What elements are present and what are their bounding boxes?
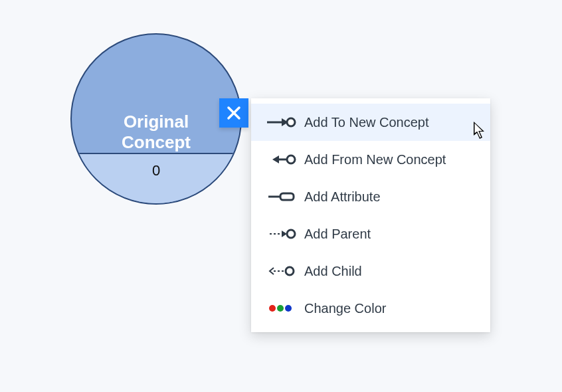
concept-count-area: 0 (72, 153, 240, 203)
menu-item-label: Add Attribute (304, 189, 381, 205)
svg-marker-5 (272, 155, 279, 163)
svg-rect-9 (280, 193, 294, 200)
node-context-menu: Add To New Concept Add From New Concept … (251, 98, 490, 332)
attribute-icon (266, 189, 296, 205)
menu-item-add-child[interactable]: Add Child (251, 252, 490, 290)
parent-icon (266, 226, 296, 242)
menu-item-change-color[interactable]: Change Color (251, 290, 490, 327)
concept-node[interactable]: Original Concept 0 (70, 33, 242, 205)
color-dots-icon (266, 300, 296, 316)
menu-item-label: Add Child (304, 264, 362, 279)
arrow-to-node-icon (266, 114, 296, 130)
menu-item-add-attribute[interactable]: Add Attribute (251, 178, 490, 215)
menu-item-label: Add From New Concept (304, 152, 446, 167)
child-icon (266, 263, 296, 279)
svg-point-14 (286, 267, 294, 275)
menu-item-add-to-new-concept[interactable]: Add To New Concept (251, 104, 490, 141)
menu-item-add-parent[interactable]: Add Parent (251, 215, 490, 252)
concept-count: 0 (152, 162, 160, 179)
svg-point-15 (269, 305, 276, 312)
menu-item-label: Add Parent (304, 227, 371, 242)
svg-point-17 (285, 305, 292, 312)
svg-point-12 (287, 230, 295, 238)
concept-title-line1: Original (122, 112, 191, 132)
close-icon (226, 105, 242, 121)
svg-point-16 (277, 305, 284, 312)
concept-title-line2: Concept (122, 132, 191, 153)
menu-item-label: Add To New Concept (304, 115, 429, 130)
menu-item-add-from-new-concept[interactable]: Add From New Concept (251, 141, 490, 178)
arrow-from-node-icon (266, 151, 296, 167)
close-menu-button[interactable] (219, 98, 248, 128)
svg-point-7 (287, 155, 295, 163)
menu-item-label: Change Color (304, 301, 386, 316)
concept-title: Original Concept (72, 35, 240, 169)
svg-point-4 (287, 118, 295, 126)
